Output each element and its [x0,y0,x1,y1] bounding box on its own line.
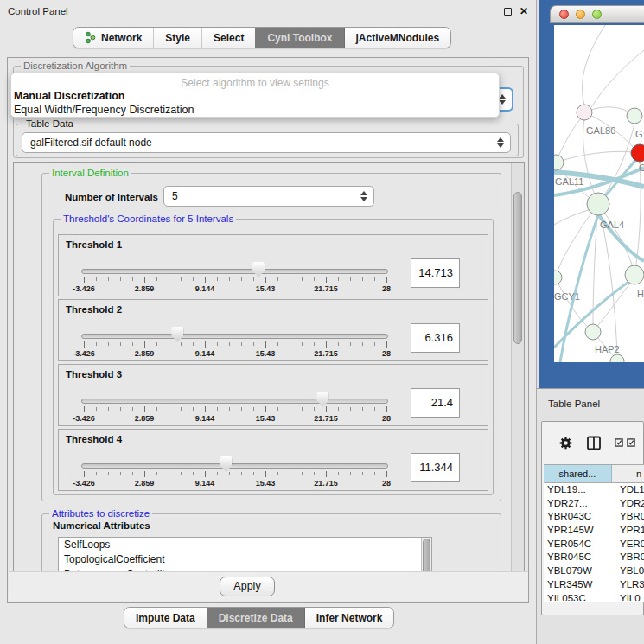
slider-major-tick [84,471,85,477]
checkbox-icon[interactable] [615,438,623,447]
slider-major-tick [386,471,387,477]
slider-major-tick [326,341,327,348]
network-graph: GAL80 G C GAL11 GAL4 GCY1 H HAP2 [554,25,644,362]
table-row[interactable]: YLR345W YLR3 [544,578,644,592]
dropdown-option-equal-width[interactable]: Equal Width/Frequency Discretization [11,103,499,117]
tab-discretize-data[interactable]: Discretize Data [207,608,304,628]
table-row[interactable]: YBR043C YBR0 [544,510,644,524]
network-canvas[interactable]: GAL80 G C GAL11 GAL4 GCY1 H HAP2 [554,25,644,362]
dropdown-option-manual[interactable]: Manual Discretization [11,89,499,103]
threshold-value[interactable]: 14.713 [411,258,460,288]
tab-cyni-toolbox[interactable]: Cyni Toolbox [255,28,343,48]
tab-impute-data[interactable]: Impute Data [124,608,207,628]
slider-thumb[interactable] [252,262,265,277]
gear-icon[interactable] [558,436,573,450]
network-icon [85,31,96,44]
slider-tick-label: -3.426 [65,479,103,488]
tab-style[interactable]: Style [153,28,201,48]
cell-name: YIL0 [620,592,641,602]
slider-major-tick [205,341,206,348]
cell-shared-name: YDR27... [547,497,588,511]
slider-track[interactable] [81,399,388,404]
number-of-intervals-value: 5 [172,190,178,202]
slider-minor-ticks [84,277,389,281]
node [554,155,564,170]
scrollbar-thumb[interactable] [513,192,522,344]
column-header-shared-name[interactable]: shared... [544,465,612,482]
slider-major-tick [265,341,266,348]
threshold-box: Threshold 2 -3.4262.8599.14415.4321.7152… [58,299,488,361]
table-panel-toolbar [542,422,643,463]
settings-scrollbar[interactable] [511,163,524,577]
slider-tick-label: 21.715 [307,414,345,423]
tab-jactivemnodules[interactable]: jActiveMNodules [344,28,451,48]
slider-tick-label: 15.43 [246,479,284,488]
cell-shared-name: YDL19... [547,483,586,497]
column-header-name[interactable]: n [612,465,644,482]
slider-major-tick [386,406,387,412]
checkbox-icon[interactable] [627,438,635,447]
split-column-icon[interactable] [587,436,601,450]
tab-select[interactable]: Select [201,28,255,48]
node-label: HAP2 [595,344,620,354]
apply-row: Apply [9,571,528,601]
cell-name: YLR3 [620,578,644,592]
slider-thumb[interactable] [220,456,232,472]
network-window-titlebar[interactable] [550,5,644,23]
numerical-attributes-label: Numerical Attributes [53,520,150,531]
zoom-traffic-light-icon[interactable] [592,10,602,19]
slider-track[interactable] [81,269,388,274]
network-view-window[interactable]: GAL80 G C GAL11 GAL4 GCY1 H HAP2 [539,0,644,388]
threshold-box: Threshold 4 -3.4262.8599.14415.4321.7152… [58,429,488,491]
slider-tick-label: 9.144 [186,349,224,358]
threshold-value[interactable]: 6.316 [411,323,460,353]
table-row[interactable]: YBL079W YBL0 [544,564,644,578]
slider-major-tick [386,277,387,283]
close-traffic-light-icon[interactable] [559,10,569,19]
attributes-group-title: Attributes to discretize [49,508,152,519]
slider-tick-label: 28 [367,284,405,293]
cell-name: YDL1 [620,483,644,497]
float-window-icon[interactable] [504,8,512,16]
tab-network[interactable]: Network [73,28,153,48]
slider-major-tick [205,471,206,477]
thresholds-group: Threshold's Coordinates for 5 Intervals … [53,219,494,495]
numerical-attribute-item[interactable]: SelfLoops [59,538,431,552]
node-label: G [635,129,643,139]
node-label: GAL11 [555,176,583,187]
slider-track[interactable] [81,463,388,469]
scrollbar-thumb[interactable] [423,539,430,575]
slider-major-tick [205,277,206,283]
minimize-traffic-light-icon[interactable] [576,10,585,19]
slider-tick-label: 28 [367,349,405,358]
slider-thumb[interactable] [316,392,328,407]
attributes-list-scrollbar[interactable] [421,538,431,576]
interval-definition-group: Interval Definition Number of Intervals … [41,173,501,501]
control-panel-titlebar: Control Panel ✕ [0,0,536,22]
slider-tick-label: 2.859 [125,414,163,423]
interval-definition-title: Interval Definition [49,168,131,178]
table-panel-body: shared... n YDL19... YDL1 YDR27... YDR2 … [541,421,644,615]
table-data-selected-value: galFiltered.sif default node [30,137,152,149]
apply-button[interactable]: Apply [220,577,275,596]
cell-name: YPR1 [620,524,644,538]
cell-shared-name: YBL079W [547,564,592,578]
numerical-attribute-item[interactable]: TopologicalCoefficient [59,552,431,567]
slider-thumb[interactable] [171,327,183,342]
table-row[interactable]: YDL19... YDL1 [544,483,644,497]
table-row[interactable]: YBR045C YBR0 [544,551,644,564]
slider-major-tick [265,471,266,477]
slider-major-tick [144,341,145,348]
table-row[interactable]: YPR145W YPR1 [544,524,644,538]
slider-track[interactable] [81,334,388,339]
table-row[interactable]: YIL053C YIL0 [544,592,644,602]
number-of-intervals-combobox[interactable]: 5 [163,186,374,207]
table-row[interactable]: YER054C YER0 [544,538,644,552]
tab-infer-network[interactable]: Infer Network [304,608,394,628]
dropdown-prompt: Select algorithm to view settings [11,77,499,89]
threshold-value[interactable]: 21.4 [411,388,460,418]
table-row[interactable]: YDR27... YDR2 [544,497,644,511]
table-data-combobox[interactable]: galFiltered.sif default node [22,132,511,153]
close-icon[interactable]: ✕ [520,5,528,17]
threshold-value[interactable]: 11.344 [411,453,460,482]
